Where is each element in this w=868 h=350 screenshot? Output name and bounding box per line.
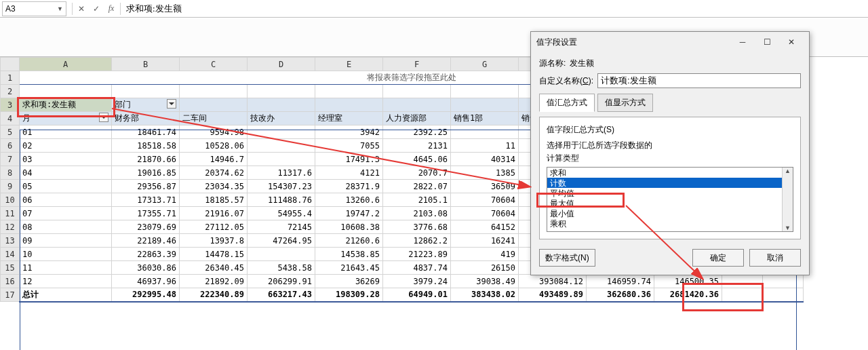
cell[interactable]: 14946.7 xyxy=(180,153,248,166)
row-header[interactable]: 6 xyxy=(1,139,20,153)
cell[interactable]: 28371.9 xyxy=(315,180,383,193)
cell[interactable] xyxy=(383,85,451,98)
number-format-button[interactable]: 数字格式(N) xyxy=(539,249,595,267)
dialog-titlebar[interactable]: 值字段设置 ─ ☐ ✕ xyxy=(531,32,809,52)
custom-name-input[interactable] xyxy=(597,73,801,88)
cell[interactable]: 21643.45 xyxy=(315,261,383,275)
cell[interactable]: 23034.35 xyxy=(180,180,248,193)
cell[interactable]: 26340.45 xyxy=(180,261,248,275)
cell[interactable]: 2822.07 xyxy=(383,180,451,193)
cell[interactable] xyxy=(451,125,519,139)
row-header[interactable]: 5 xyxy=(1,125,20,139)
cell[interactable]: 2105.1 xyxy=(383,193,451,207)
pivot-row-header[interactable]: 02 xyxy=(20,139,112,153)
pivot-value-field[interactable]: 求和项:发生额 xyxy=(20,98,112,112)
pivot-row-header[interactable]: 08 xyxy=(20,220,112,234)
pivot-row-label[interactable]: 月 xyxy=(20,112,112,125)
cell[interactable]: 17313.71 xyxy=(112,193,180,207)
cell[interactable] xyxy=(722,275,763,288)
pivot-total-cell[interactable]: 198309.28 xyxy=(315,288,383,302)
cell[interactable]: 70604 xyxy=(451,207,519,220)
cell[interactable]: 2392.25 xyxy=(383,125,451,139)
pivot-col-header[interactable]: 销售1部 xyxy=(451,112,519,125)
pivot-col-header[interactable]: 经理室 xyxy=(315,112,383,125)
maximize-icon[interactable]: ☐ xyxy=(755,35,779,50)
list-item[interactable]: 计数 xyxy=(547,178,793,188)
cell[interactable]: 36269 xyxy=(315,275,383,288)
row-header[interactable]: 17 xyxy=(1,288,20,302)
cell[interactable]: 10528.06 xyxy=(180,139,248,153)
cell[interactable] xyxy=(180,98,248,112)
cell[interactable]: 21916.07 xyxy=(180,207,248,220)
cell[interactable] xyxy=(248,98,315,112)
cell[interactable]: 29356.87 xyxy=(112,180,180,193)
pivot-col-header[interactable]: 技改办 xyxy=(248,112,315,125)
name-box[interactable]: A3 ▼ xyxy=(2,1,66,16)
cell[interactable]: 21892.09 xyxy=(180,275,248,288)
cell[interactable]: 19747.2 xyxy=(315,207,383,220)
cell[interactable]: 12862.2 xyxy=(383,234,451,248)
formula-cancel-icon[interactable] xyxy=(74,1,89,16)
cell[interactable]: 7055 xyxy=(315,139,383,153)
cell[interactable]: 47264.95 xyxy=(248,234,315,248)
minimize-icon[interactable]: ─ xyxy=(730,35,755,50)
cell[interactable]: 3979.24 xyxy=(383,275,451,288)
row-header[interactable]: 10 xyxy=(1,193,20,207)
pivot-row-header[interactable]: 12 xyxy=(20,275,112,288)
cell[interactable]: 11 xyxy=(451,139,519,153)
cell[interactable] xyxy=(112,85,180,98)
pivot-row-header[interactable]: 03 xyxy=(20,153,112,166)
cell[interactable]: 419 xyxy=(451,248,519,261)
cell[interactable]: 393084.12 xyxy=(519,275,587,288)
row-header[interactable]: 15 xyxy=(1,261,20,275)
tab-summarize[interactable]: 值汇总方式 xyxy=(539,94,595,112)
select-all-corner[interactable] xyxy=(1,58,20,71)
pivot-row-header[interactable]: 11 xyxy=(20,261,112,275)
pivot-row-header[interactable]: 09 xyxy=(20,234,112,248)
cell[interactable]: 13937.8 xyxy=(180,234,248,248)
cancel-button[interactable]: 取消 xyxy=(749,249,801,267)
cell[interactable]: 1385 xyxy=(451,166,519,180)
filter-dropdown-icon[interactable] xyxy=(167,99,176,109)
cell[interactable]: 14538.85 xyxy=(315,248,383,261)
row-header[interactable]: 7 xyxy=(1,153,20,166)
cell[interactable]: 17491.3 xyxy=(315,153,383,166)
pivot-row-header[interactable]: 01 xyxy=(20,125,112,139)
list-item[interactable]: 最小值 xyxy=(547,208,793,218)
cell[interactable]: 36030.86 xyxy=(112,261,180,275)
cell[interactable]: 21260.6 xyxy=(315,234,383,248)
row-header[interactable]: 3 xyxy=(1,98,20,112)
cell[interactable]: 22863.39 xyxy=(112,248,180,261)
cell[interactable]: 154307.23 xyxy=(248,180,315,193)
row-header[interactable]: 4 xyxy=(1,112,20,125)
cell[interactable]: 27112.05 xyxy=(180,220,248,234)
cell[interactable]: 21870.66 xyxy=(112,153,180,166)
cell[interactable]: 13260.6 xyxy=(315,193,383,207)
list-item[interactable]: 平均值 xyxy=(547,188,793,198)
cell[interactable]: 40314 xyxy=(451,153,519,166)
col-header[interactable]: E xyxy=(315,58,383,71)
cell[interactable]: 2131 xyxy=(383,139,451,153)
pivot-col-header[interactable]: 人力资源部 xyxy=(383,112,451,125)
cell[interactable]: 39038.49 xyxy=(451,275,519,288)
cell[interactable] xyxy=(383,98,451,112)
cell[interactable]: 20374.62 xyxy=(180,166,248,180)
cell[interactable] xyxy=(248,248,315,261)
row-header[interactable]: 9 xyxy=(1,180,20,193)
scrollbar[interactable] xyxy=(782,168,793,231)
cell[interactable]: 4121 xyxy=(315,166,383,180)
cell[interactable]: 18185.57 xyxy=(180,193,248,207)
col-header[interactable]: F xyxy=(383,58,451,71)
list-item[interactable]: 最大值 xyxy=(547,198,793,208)
pivot-col-header[interactable]: 二车间 xyxy=(180,112,248,125)
cell[interactable]: 36509 xyxy=(451,180,519,193)
cell[interactable]: 5438.58 xyxy=(248,261,315,275)
row-header[interactable]: 12 xyxy=(1,220,20,234)
cell[interactable]: 70604 xyxy=(451,193,519,207)
col-header[interactable]: D xyxy=(248,58,315,71)
pivot-col-label[interactable]: 部门 xyxy=(112,98,180,112)
row-header[interactable]: 16 xyxy=(1,275,20,288)
row-header[interactable]: 2 xyxy=(1,85,20,98)
cell[interactable] xyxy=(248,153,315,166)
cell[interactable]: 2103.08 xyxy=(383,207,451,220)
